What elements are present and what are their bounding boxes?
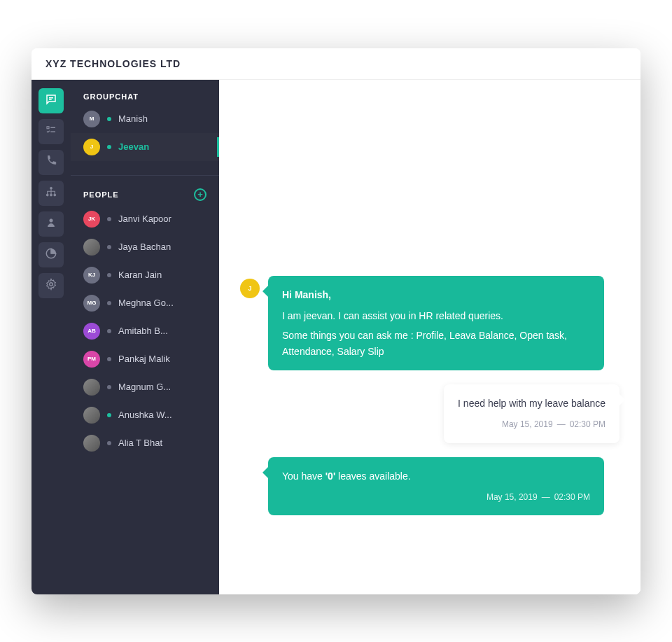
message-text: I need help with my leave balance: [458, 396, 606, 411]
message-row: I need help with my leave balance May 15…: [240, 384, 620, 443]
nav-profile[interactable]: [38, 211, 64, 237]
contact-name: Jaya Bachan: [118, 242, 206, 252]
nav-calls[interactable]: [38, 150, 64, 175]
hierarchy-icon: [45, 186, 57, 201]
avatar: KJ: [83, 267, 100, 284]
avatar: JK: [83, 211, 100, 228]
divider: [71, 175, 219, 176]
people-item[interactable]: PM Pankaj Malik: [71, 345, 219, 373]
chat-panel: J Hi Manish, I am jeevan. I can assist y…: [219, 80, 640, 594]
avatar: J: [83, 139, 100, 155]
contact-name: Alia T Bhat: [118, 438, 206, 448]
status-dot: [107, 217, 111, 221]
avatar: MG: [83, 295, 100, 312]
people-item[interactable]: Alia T Bhat: [71, 429, 219, 457]
chat-icon: [45, 93, 57, 109]
sidebar: GROUPCHAT M Manish J Jeevan PEOPLE +: [71, 80, 219, 594]
contact-name: Amitabh B...: [118, 326, 206, 336]
avatar: AB: [83, 323, 100, 340]
timestamp: May 15, 2019—02:30 PM: [282, 491, 590, 504]
svg-point-9: [50, 218, 53, 222]
contact-name: Magnum G...: [118, 382, 206, 392]
people-item[interactable]: MG Meghna Go...: [71, 289, 219, 317]
nav-chat[interactable]: [38, 88, 64, 113]
app-window: XYZ TECHNOLOGIES LTD: [31, 48, 640, 594]
bot-message: Hi Manish, I am jeevan. I can assist you…: [268, 276, 604, 371]
message-row: J Hi Manish, I am jeevan. I can assist y…: [240, 276, 620, 371]
avatar: [83, 239, 100, 256]
pie-chart-icon: [45, 247, 57, 263]
bot-avatar: J: [240, 279, 260, 298]
contact-name: Anushka W...: [118, 410, 206, 420]
contact-name: Jeevan: [118, 141, 206, 152]
bot-message: You have '0' leaves available. May 15, 2…: [268, 457, 604, 516]
svg-point-7: [50, 194, 52, 196]
status-dot: [107, 273, 111, 277]
icon-bar: [31, 80, 71, 594]
avatar: PM: [83, 351, 100, 368]
nav-tasks[interactable]: [38, 119, 64, 144]
status-dot: [107, 145, 111, 149]
svg-point-10: [50, 282, 53, 286]
message-row: You have '0' leaves available. May 15, 2…: [240, 457, 620, 516]
nav-org[interactable]: [38, 181, 64, 206]
avatar: M: [83, 111, 100, 127]
people-title: PEOPLE: [83, 190, 119, 199]
contact-name: Karan Jain: [118, 270, 206, 280]
phone-icon: [45, 155, 57, 170]
avatar: [83, 435, 100, 452]
header: XYZ TECHNOLOGIES LTD: [31, 48, 640, 80]
company-title: XYZ TECHNOLOGIES LTD: [46, 58, 626, 69]
people-item[interactable]: Jaya Bachan: [71, 233, 219, 261]
person-icon: [45, 216, 57, 232]
status-dot: [107, 245, 111, 249]
avatar: [83, 407, 100, 424]
status-dot: [107, 117, 111, 121]
user-message: I need help with my leave balance May 15…: [444, 384, 620, 443]
gear-icon: [45, 278, 57, 293]
message-line: I am jeevan. I can assist you in HR rela…: [282, 308, 590, 323]
svg-point-6: [46, 194, 48, 196]
status-dot: [107, 441, 111, 445]
contact-name: Meghna Go...: [118, 298, 206, 308]
status-dot: [107, 301, 111, 305]
nav-reports[interactable]: [38, 242, 64, 267]
people-item[interactable]: KJ Karan Jain: [71, 261, 219, 289]
message-line: Some things you can ask me : Profile, Le…: [282, 328, 590, 359]
svg-point-8: [54, 194, 56, 196]
status-dot: [107, 413, 111, 417]
app-body: GROUPCHAT M Manish J Jeevan PEOPLE +: [31, 80, 640, 594]
people-header: PEOPLE +: [71, 188, 219, 205]
contact-name: Manish: [118, 113, 206, 124]
people-item[interactable]: JK Janvi Kapoor: [71, 205, 219, 233]
svg-point-5: [50, 187, 52, 189]
list-icon: [45, 124, 57, 139]
nav-settings[interactable]: [38, 273, 64, 298]
svg-rect-2: [47, 126, 49, 128]
contact-name: Pankaj Malik: [118, 354, 206, 364]
status-dot: [107, 357, 111, 361]
groupchat-title: GROUPCHAT: [83, 92, 139, 101]
timestamp: May 15, 2019—02:30 PM: [458, 418, 606, 431]
greeting: Hi Manish,: [282, 287, 590, 302]
people-item[interactable]: Anushka W...: [71, 401, 219, 429]
people-item[interactable]: Magnum G...: [71, 373, 219, 401]
avatar: [83, 379, 100, 396]
status-dot: [107, 385, 111, 389]
people-item[interactable]: AB Amitabh B...: [71, 317, 219, 345]
contact-name: Janvi Kapoor: [118, 214, 206, 224]
people-list: JK Janvi Kapoor Jaya Bachan KJ Karan Jai…: [71, 205, 219, 467]
message-text: You have '0' leaves available.: [282, 468, 590, 484]
status-dot: [107, 329, 111, 333]
add-person-button[interactable]: +: [194, 188, 206, 201]
groupchat-header: GROUPCHAT: [71, 92, 219, 105]
groupchat-item[interactable]: J Jeevan: [71, 133, 219, 161]
groupchat-item[interactable]: M Manish: [71, 105, 219, 133]
groupchat-list: M Manish J Jeevan: [71, 105, 219, 171]
